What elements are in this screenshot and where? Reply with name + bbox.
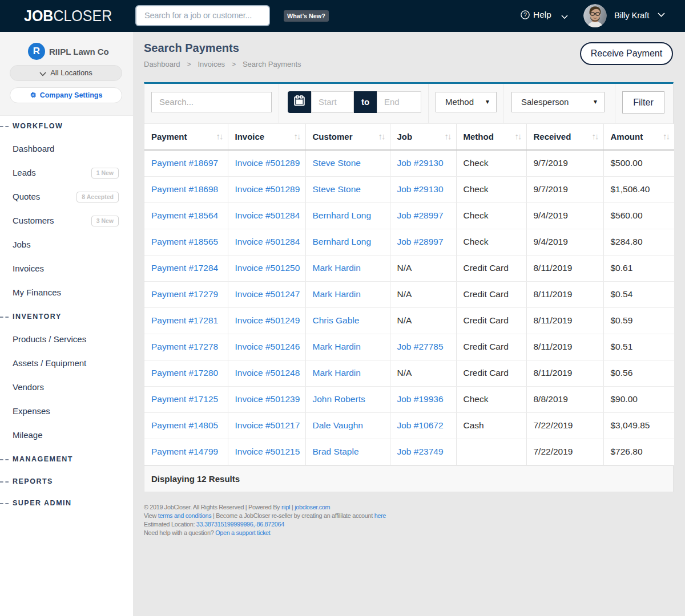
svg-text:?: ? [523,12,527,18]
